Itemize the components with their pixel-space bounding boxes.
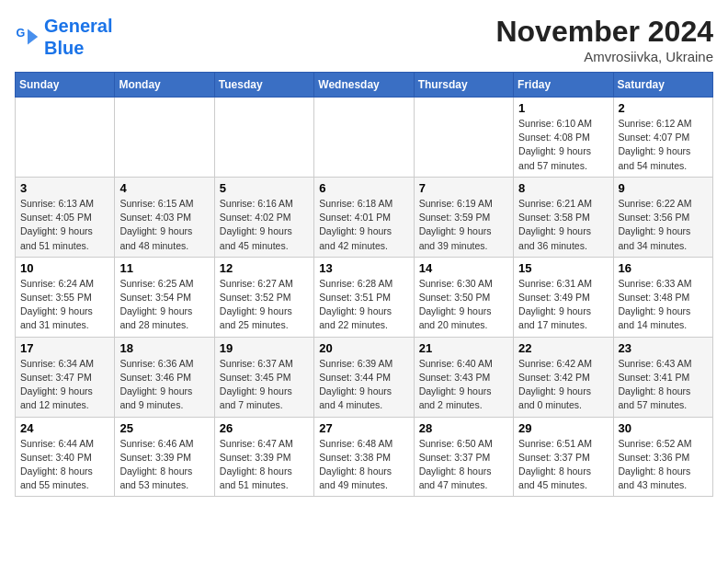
- day-info-21: Sunrise: 6:40 AM Sunset: 3:43 PM Dayligh…: [419, 357, 508, 413]
- cell-3-1: 18Sunrise: 6:36 AM Sunset: 3:46 PM Dayli…: [115, 337, 214, 417]
- logo-text: General Blue: [44, 15, 112, 59]
- logo-line2: Blue: [44, 38, 84, 58]
- day-info-8: Sunrise: 6:21 AM Sunset: 3:58 PM Dayligh…: [518, 197, 608, 253]
- cell-4-4: 28Sunrise: 6:50 AM Sunset: 3:37 PM Dayli…: [414, 417, 513, 497]
- day-info-16: Sunrise: 6:33 AM Sunset: 3:48 PM Dayligh…: [619, 277, 708, 333]
- cell-4-5: 29Sunrise: 6:51 AM Sunset: 3:37 PM Dayli…: [514, 417, 613, 497]
- cell-0-1: [115, 98, 214, 178]
- day-num-7: 7: [419, 181, 508, 195]
- svg-marker-1: [28, 29, 38, 45]
- calendar-body: 1Sunrise: 6:10 AM Sunset: 4:08 PM Daylig…: [16, 98, 713, 497]
- cell-0-2: [214, 98, 313, 178]
- day-info-6: Sunrise: 6:18 AM Sunset: 4:01 PM Dayligh…: [319, 197, 408, 253]
- day-num-23: 23: [619, 341, 708, 355]
- day-num-10: 10: [20, 261, 109, 275]
- day-info-12: Sunrise: 6:27 AM Sunset: 3:52 PM Dayligh…: [220, 277, 309, 333]
- day-info-25: Sunrise: 6:46 AM Sunset: 3:39 PM Dayligh…: [119, 437, 209, 493]
- week-row-5: 24Sunrise: 6:44 AM Sunset: 3:40 PM Dayli…: [16, 417, 713, 497]
- day-info-20: Sunrise: 6:39 AM Sunset: 3:44 PM Dayligh…: [319, 357, 408, 413]
- day-info-14: Sunrise: 6:30 AM Sunset: 3:50 PM Dayligh…: [419, 277, 508, 333]
- day-info-18: Sunrise: 6:36 AM Sunset: 3:46 PM Dayligh…: [119, 357, 209, 413]
- cell-0-0: [16, 98, 115, 178]
- col-tuesday: Tuesday: [214, 73, 313, 98]
- day-info-26: Sunrise: 6:47 AM Sunset: 3:39 PM Dayligh…: [220, 437, 309, 493]
- cell-3-3: 20Sunrise: 6:39 AM Sunset: 3:44 PM Dayli…: [314, 337, 414, 417]
- cell-2-2: 12Sunrise: 6:27 AM Sunset: 3:52 PM Dayli…: [214, 257, 313, 337]
- calendar-table: Sunday Monday Tuesday Wednesday Thursday…: [15, 72, 713, 497]
- day-num-11: 11: [119, 261, 209, 275]
- cell-4-6: 30Sunrise: 6:52 AM Sunset: 3:36 PM Dayli…: [613, 417, 712, 497]
- cell-1-4: 7Sunrise: 6:19 AM Sunset: 3:59 PM Daylig…: [414, 177, 513, 257]
- cell-0-4: [414, 98, 513, 178]
- day-num-1: 1: [518, 101, 608, 115]
- day-num-24: 24: [20, 421, 109, 435]
- title-block: November 2024 Amvrosiivka, Ukraine: [495, 15, 713, 64]
- cell-3-0: 17Sunrise: 6:34 AM Sunset: 3:47 PM Dayli…: [16, 337, 115, 417]
- cell-3-4: 21Sunrise: 6:40 AM Sunset: 3:43 PM Dayli…: [414, 337, 513, 417]
- cell-1-2: 5Sunrise: 6:16 AM Sunset: 4:02 PM Daylig…: [214, 177, 313, 257]
- cell-1-6: 9Sunrise: 6:22 AM Sunset: 3:56 PM Daylig…: [613, 177, 712, 257]
- cell-1-0: 3Sunrise: 6:13 AM Sunset: 4:05 PM Daylig…: [16, 177, 115, 257]
- day-info-23: Sunrise: 6:43 AM Sunset: 3:41 PM Dayligh…: [619, 357, 708, 413]
- cell-3-6: 23Sunrise: 6:43 AM Sunset: 3:41 PM Dayli…: [613, 337, 712, 417]
- weekday-row: Sunday Monday Tuesday Wednesday Thursday…: [16, 73, 713, 98]
- day-num-9: 9: [619, 181, 708, 195]
- calendar-header: Sunday Monday Tuesday Wednesday Thursday…: [16, 73, 713, 98]
- day-num-14: 14: [419, 261, 508, 275]
- cell-3-5: 22Sunrise: 6:42 AM Sunset: 3:42 PM Dayli…: [514, 337, 613, 417]
- cell-0-3: [314, 98, 414, 178]
- col-monday: Monday: [115, 73, 214, 98]
- day-info-27: Sunrise: 6:48 AM Sunset: 3:38 PM Dayligh…: [319, 437, 408, 493]
- cell-4-3: 27Sunrise: 6:48 AM Sunset: 3:38 PM Dayli…: [314, 417, 414, 497]
- day-num-30: 30: [619, 421, 708, 435]
- col-saturday: Saturday: [613, 73, 712, 98]
- day-info-19: Sunrise: 6:37 AM Sunset: 3:45 PM Dayligh…: [220, 357, 309, 413]
- week-row-1: 1Sunrise: 6:10 AM Sunset: 4:08 PM Daylig…: [16, 98, 713, 178]
- logo-line1: General: [44, 16, 112, 36]
- day-info-17: Sunrise: 6:34 AM Sunset: 3:47 PM Dayligh…: [20, 357, 109, 413]
- week-row-2: 3Sunrise: 6:13 AM Sunset: 4:05 PM Daylig…: [16, 177, 713, 257]
- day-info-1: Sunrise: 6:10 AM Sunset: 4:08 PM Dayligh…: [518, 117, 608, 173]
- day-info-24: Sunrise: 6:44 AM Sunset: 3:40 PM Dayligh…: [20, 437, 109, 493]
- day-num-4: 4: [119, 181, 209, 195]
- cell-2-5: 15Sunrise: 6:31 AM Sunset: 3:49 PM Dayli…: [514, 257, 613, 337]
- day-num-19: 19: [220, 341, 309, 355]
- cell-4-0: 24Sunrise: 6:44 AM Sunset: 3:40 PM Dayli…: [16, 417, 115, 497]
- cell-0-6: 2Sunrise: 6:12 AM Sunset: 4:07 PM Daylig…: [613, 98, 712, 178]
- week-row-3: 10Sunrise: 6:24 AM Sunset: 3:55 PM Dayli…: [16, 257, 713, 337]
- col-friday: Friday: [514, 73, 613, 98]
- day-num-26: 26: [220, 421, 309, 435]
- day-num-22: 22: [518, 341, 608, 355]
- day-num-12: 12: [220, 261, 309, 275]
- day-num-29: 29: [518, 421, 608, 435]
- day-num-18: 18: [119, 341, 209, 355]
- cell-2-3: 13Sunrise: 6:28 AM Sunset: 3:51 PM Dayli…: [314, 257, 414, 337]
- day-num-8: 8: [518, 181, 608, 195]
- svg-text:G: G: [16, 27, 25, 40]
- day-num-13: 13: [319, 261, 408, 275]
- day-num-3: 3: [20, 181, 109, 195]
- page-header: G General Blue November 2024 Amvrosiivka…: [15, 15, 713, 64]
- cell-1-5: 8Sunrise: 6:21 AM Sunset: 3:58 PM Daylig…: [514, 177, 613, 257]
- day-info-22: Sunrise: 6:42 AM Sunset: 3:42 PM Dayligh…: [518, 357, 608, 413]
- day-info-4: Sunrise: 6:15 AM Sunset: 4:03 PM Dayligh…: [119, 197, 209, 253]
- location: Amvrosiivka, Ukraine: [495, 49, 713, 64]
- day-info-28: Sunrise: 6:50 AM Sunset: 3:37 PM Dayligh…: [419, 437, 508, 493]
- day-info-30: Sunrise: 6:52 AM Sunset: 3:36 PM Dayligh…: [619, 437, 708, 493]
- cell-2-1: 11Sunrise: 6:25 AM Sunset: 3:54 PM Dayli…: [115, 257, 214, 337]
- cell-1-3: 6Sunrise: 6:18 AM Sunset: 4:01 PM Daylig…: [314, 177, 414, 257]
- day-num-5: 5: [220, 181, 309, 195]
- col-thursday: Thursday: [414, 73, 513, 98]
- day-num-25: 25: [119, 421, 209, 435]
- day-num-16: 16: [619, 261, 708, 275]
- col-wednesday: Wednesday: [314, 73, 414, 98]
- day-info-3: Sunrise: 6:13 AM Sunset: 4:05 PM Dayligh…: [20, 197, 109, 253]
- day-num-17: 17: [20, 341, 109, 355]
- day-info-10: Sunrise: 6:24 AM Sunset: 3:55 PM Dayligh…: [20, 277, 109, 333]
- cell-1-1: 4Sunrise: 6:15 AM Sunset: 4:03 PM Daylig…: [115, 177, 214, 257]
- day-num-2: 2: [619, 101, 708, 115]
- col-sunday: Sunday: [16, 73, 115, 98]
- day-num-28: 28: [419, 421, 508, 435]
- day-info-29: Sunrise: 6:51 AM Sunset: 3:37 PM Dayligh…: [518, 437, 608, 493]
- month-title: November 2024: [495, 15, 713, 49]
